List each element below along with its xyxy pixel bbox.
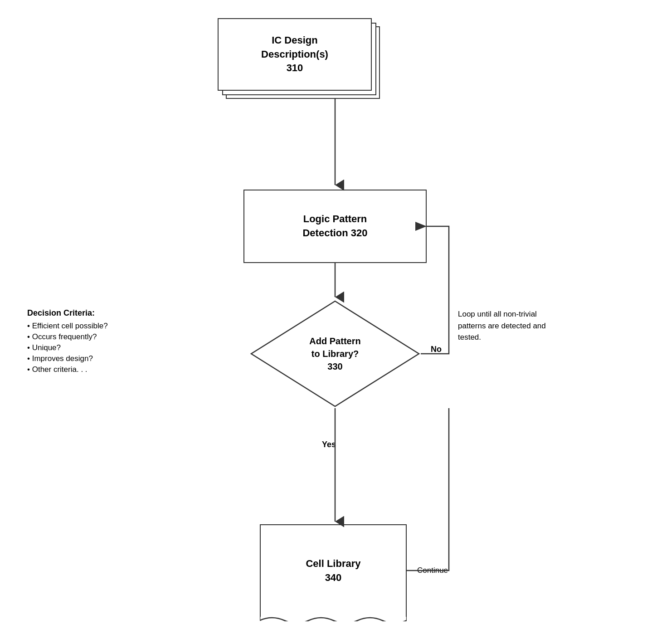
criteria-item-5: Other criteria. . . xyxy=(27,365,168,374)
logic-pattern-detection-box: Logic Pattern Detection 320 xyxy=(243,190,427,263)
diamond-line2: to Library? xyxy=(311,349,359,359)
ic-design-text: IC Design Description(s) 310 xyxy=(261,34,328,75)
ic-line2: Description(s) xyxy=(261,49,328,60)
decision-criteria-block: Decision Criteria: Efficient cell possib… xyxy=(27,308,168,376)
cell-library-box: Cell Library 340 xyxy=(260,524,407,617)
criteria-item-4: Improves design? xyxy=(27,354,168,363)
cell-wavy-bottom xyxy=(260,613,407,621)
no-label: No xyxy=(431,345,442,354)
lpd-line2: Detection 320 xyxy=(302,227,367,239)
decision-criteria-list: Efficient cell possible? Occurs frequent… xyxy=(27,322,168,374)
yes-label: Yes xyxy=(322,440,336,449)
ic-design-box: IC Design Description(s) 310 xyxy=(218,18,372,91)
ic-line1: IC Design xyxy=(272,34,317,46)
criteria-item-3: Unique? xyxy=(27,343,168,352)
lpd-text: Logic Pattern Detection 320 xyxy=(302,212,367,240)
diamond-line1: Add Pattern xyxy=(309,336,360,346)
diamond-text: Add Pattern to Library? 330 xyxy=(309,335,360,373)
diamond-line3: 330 xyxy=(327,361,342,371)
diamond-wrapper: Add Pattern to Library? 330 xyxy=(249,299,421,408)
cell-line2: 340 xyxy=(325,572,342,583)
loop-label: Loop until all non-trivial patterns are … xyxy=(458,308,549,343)
decision-criteria-title: Decision Criteria: xyxy=(27,308,168,318)
cell-line1: Cell Library xyxy=(306,558,360,569)
criteria-item-1: Efficient cell possible? xyxy=(27,322,168,331)
ic-line3: 310 xyxy=(287,62,303,73)
continue-label: Continue xyxy=(417,566,448,575)
diagram-container: IC Design Description(s) 310 Logic Patte… xyxy=(0,0,647,644)
cell-library-text: Cell Library 340 xyxy=(306,557,360,585)
criteria-item-2: Occurs frequently? xyxy=(27,332,168,342)
lpd-line1: Logic Pattern xyxy=(303,213,367,224)
add-pattern-diamond: Add Pattern to Library? 330 xyxy=(249,299,421,408)
